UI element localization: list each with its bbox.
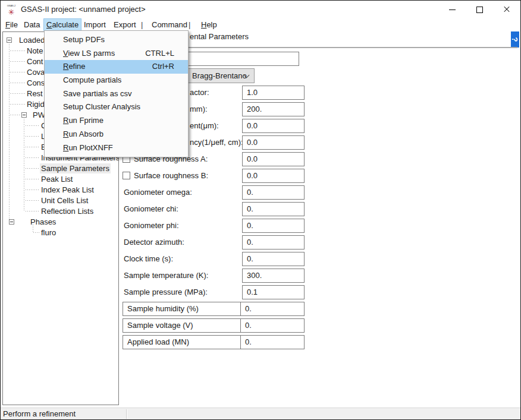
param-value-input-goniometer-phi-[interactable]: 0.: [242, 219, 305, 233]
tree-connector: [26, 136, 40, 137]
param-label-detector-azimuth-: Detector azimuth:: [124, 238, 184, 247]
tree-item-label: Index Peak List: [40, 185, 95, 194]
param-value-input-sample-temperature-k-[interactable]: 300.: [242, 269, 305, 283]
maximize-icon: [476, 7, 483, 13]
tree-item-unit-cells-list[interactable]: Unit Cells List: [40, 195, 89, 206]
param-value-input-ent-m-[interactable]: 0.0: [242, 119, 305, 133]
menu-item-compute-partials[interactable]: Compute partials: [45, 74, 188, 87]
tree-item-label: Phases: [29, 217, 57, 226]
tree-item-cont[interactable]: Cont: [26, 56, 44, 67]
param-value-input[interactable]: 0.: [241, 319, 304, 332]
param-value-input-goniometer-omega-[interactable]: 0.: [242, 185, 305, 200]
tree-item-peak-list[interactable]: Peak List: [40, 174, 74, 184]
param-value-input-ncy-1-eff-cm-[interactable]: 0.0: [242, 135, 305, 150]
menubar-item-import[interactable]: Import: [81, 19, 108, 30]
combo-selected-value: Bragg-Brentano: [192, 71, 247, 80]
param-value-input[interactable]: 0.: [241, 336, 304, 349]
tree-item-label: Cons: [26, 78, 46, 87]
tree-item-label: Peak List: [40, 175, 74, 184]
tree-item-rest[interactable]: Rest: [26, 89, 44, 99]
menu-item-run-absorb[interactable]: Run Absorb: [45, 128, 188, 141]
menubar-item-file[interactable]: File: [3, 19, 20, 30]
param-label[interactable]: Sample humidity (%): [123, 302, 241, 315]
param-value-input[interactable]: 0.: [241, 302, 304, 315]
tree-item-label: Rest: [26, 89, 44, 98]
tree-item-reflection-lists[interactable]: Reflection Lists: [40, 206, 95, 216]
close-button[interactable]: [493, 1, 520, 18]
tree-item-rigid[interactable]: Rigid: [26, 99, 46, 109]
tree-item-phases[interactable]: Phases: [29, 217, 57, 227]
param-label-surface-roughness-b-: Surface roughness B:: [134, 171, 208, 180]
tree-item-note[interactable]: Note: [26, 46, 44, 56]
menubar: FileDataCalculateImportExport|Command|He…: [1, 18, 520, 31]
tree-item-loaded[interactable]: Loaded: [18, 35, 46, 45]
tree-item-sample-parameters[interactable]: Sample Parameters: [40, 163, 111, 173]
param-row-sample-voltage-v-: Sample voltage (V)0.: [123, 318, 305, 333]
menu-item-run-fprime[interactable]: Run Fprime: [45, 114, 188, 128]
param-label-goniometer-chi-: Goniometer chi:: [124, 204, 178, 213]
tree-connector: [26, 168, 40, 169]
param-value-input-sample-pressure-mpa-[interactable]: 0.1: [242, 285, 305, 299]
tree-connector: [10, 50, 26, 51]
tree-item-cova[interactable]: Cova: [26, 67, 46, 77]
menu-item-setup-pdfs[interactable]: Setup PDFs: [45, 33, 188, 47]
menu-item-view-ls-parms[interactable]: View LS parmsCTRL+L: [45, 47, 188, 61]
checkbox-surface-roughness-b-[interactable]: [123, 172, 130, 179]
param-label[interactable]: Sample voltage (V): [123, 319, 241, 332]
param-value-input-surface-roughness-a-[interactable]: 0.0: [242, 152, 305, 166]
tree-expander-collapse-icon[interactable]: [21, 112, 27, 118]
calculate-menu-popup: Setup PDFsView LS parmsCTRL+LRefineCtrl+…: [44, 30, 189, 157]
param-row-sample-humidity-: Sample humidity (%)0.: [123, 302, 305, 316]
menu-shortcut: CTRL+L: [145, 47, 174, 61]
tree-item-index-peak-list[interactable]: Index Peak List: [40, 185, 95, 195]
menubar-item-help[interactable]: Help: [199, 19, 219, 30]
close-icon: [503, 6, 510, 13]
tree-connector: [10, 72, 26, 72]
tree-item-cons[interactable]: Cons: [26, 78, 46, 88]
tree-item-label: Sample Parameters: [40, 164, 111, 173]
menubar-item-calculate[interactable]: Calculate: [44, 19, 81, 30]
menu-shortcut: Ctrl+R: [152, 60, 174, 74]
tree-connector: [10, 61, 26, 62]
menubar-item-data[interactable]: Data: [21, 19, 42, 30]
gsas-logo-icon: ✳: [5, 9, 17, 15]
menu-item-save-partials-as-csv[interactable]: Save partials as csv: [45, 87, 188, 101]
param-label-clock-time-s-: Clock time (s):: [124, 254, 173, 263]
param-value-input-surface-roughness-b-[interactable]: 0.0: [242, 169, 305, 183]
tree-connector: [10, 83, 26, 83]
menubar-item-command[interactable]: Command: [149, 19, 190, 30]
menu-item-run-plotxnff[interactable]: Run PlotXNFF: [45, 141, 188, 155]
param-value-input-actor-[interactable]: 1.0: [242, 86, 305, 100]
param-value-input-detector-azimuth-[interactable]: 0.: [242, 235, 305, 250]
diffractometer-type-combo[interactable]: Bragg-Brentano: [179, 68, 255, 83]
tree-item-label: fluro: [40, 228, 57, 237]
tree-connector: [24, 115, 24, 211]
window-title: GSAS-II project: <unnamed project>: [21, 5, 146, 14]
maximize-button[interactable]: [466, 1, 493, 18]
app-window: GSAS-2 ✳ GSAS-II project: <unnamed proje…: [0, 0, 521, 420]
status-divider: [126, 409, 127, 419]
tree-connector: [10, 93, 26, 94]
tree-connector: [26, 211, 40, 211]
param-value-input-mm-[interactable]: 200.: [242, 102, 305, 116]
menu-item-refine[interactable]: RefineCtrl+R: [45, 60, 188, 74]
tree-connector: [26, 147, 40, 147]
help-button[interactable]: ?: [511, 31, 519, 48]
tree-expander-collapse-icon[interactable]: [7, 37, 12, 43]
tree-item-label: Note: [26, 46, 44, 55]
param-label[interactable]: Applied load (MN): [123, 336, 241, 349]
param-value-input-clock-time-s-[interactable]: 0.: [242, 252, 305, 266]
minimize-button[interactable]: [438, 1, 466, 18]
app-icon: GSAS-2 ✳: [5, 3, 17, 16]
status-text: Perform a refinement: [3, 409, 76, 418]
menu-item-setup-cluster-analysis[interactable]: Setup Cluster Analysis: [45, 100, 188, 114]
menubar-item-export[interactable]: Export: [111, 19, 139, 30]
tree-connector: [26, 200, 40, 201]
param-value-input-goniometer-chi-[interactable]: 0.: [242, 202, 305, 216]
tree-item-fluro[interactable]: fluro: [40, 228, 57, 238]
tree-connector: [9, 40, 10, 222]
statusbar: Perform a refinement: [1, 408, 521, 420]
tree-connector: [10, 115, 20, 115]
window-controls: [438, 1, 520, 18]
tree-expander-collapse-icon[interactable]: [9, 219, 14, 225]
